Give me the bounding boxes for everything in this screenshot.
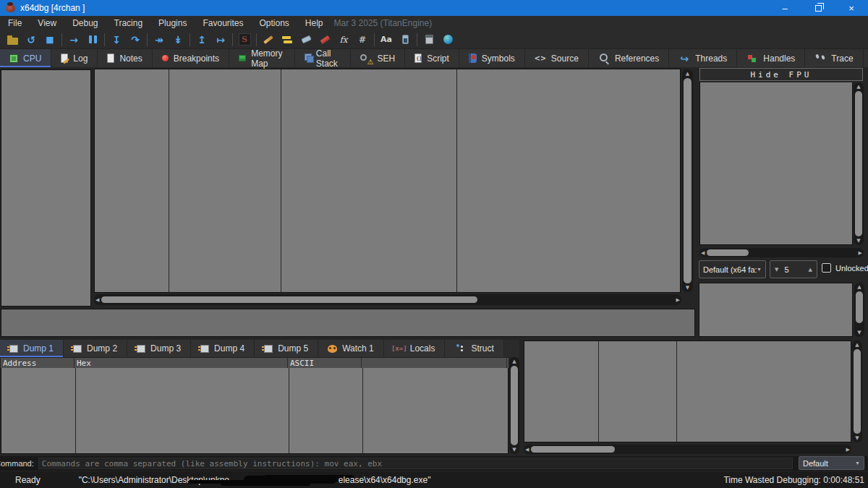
menu-tracing[interactable]: Tracing: [106, 17, 151, 30]
scroll-up-arrow-icon[interactable]: ▲: [856, 84, 860, 90]
registers-vertical-scrollbar[interactable]: ▲ ▼: [854, 82, 864, 245]
tab-memory-map[interactable]: Memory Map: [229, 49, 295, 67]
stop-animation-button[interactable]: S: [235, 31, 254, 48]
run-to-user-code-button[interactable]: ↦: [211, 31, 230, 48]
dump-panel[interactable]: [1, 368, 509, 454]
register-profile-dropdown[interactable]: Default (x64 fa: ▼: [699, 260, 766, 278]
stack-horizontal-scrollbar[interactable]: ◀ ▶: [524, 445, 851, 454]
tab-seh[interactable]: SEH: [351, 49, 405, 67]
close-button[interactable]: ×: [835, 0, 868, 16]
scroll-thumb[interactable]: [531, 446, 615, 453]
tab-references[interactable]: References: [589, 49, 669, 67]
scroll-down-arrow-icon[interactable]: ▼: [856, 238, 860, 244]
scroll-thumb[interactable]: [101, 296, 477, 303]
scroll-left-arrow-icon[interactable]: ◀: [95, 297, 99, 303]
stack-vertical-scrollbar[interactable]: ▲ ▼: [852, 341, 862, 442]
close-debuggee-button[interactable]: ■: [41, 31, 59, 48]
assembler-font-button[interactable]: Aa: [377, 31, 396, 48]
hide-fpu-button[interactable]: Hide FPU: [699, 68, 863, 81]
spinner-up-icon[interactable]: ▲: [809, 267, 812, 273]
maximize-button[interactable]: [801, 0, 835, 16]
stack-frames-spinner[interactable]: ▼ 5 ▲: [770, 260, 817, 278]
scroll-right-arrow-icon[interactable]: ▶: [859, 250, 862, 256]
restart-button[interactable]: ↺: [22, 31, 41, 48]
step-over-button[interactable]: ↷: [126, 31, 145, 48]
disasm-vertical-scrollbar[interactable]: ▲ ▼: [682, 69, 693, 292]
scroll-thumb[interactable]: [854, 349, 861, 434]
registers-horizontal-scrollbar[interactable]: ◀ ▶: [699, 248, 864, 257]
registers-panel[interactable]: [699, 82, 853, 245]
animate-over-button[interactable]: ↡: [169, 31, 187, 48]
comments-button[interactable]: [278, 31, 297, 48]
tab-handles[interactable]: Handles: [737, 49, 805, 67]
driver-device-button[interactable]: [396, 31, 414, 48]
tab-source[interactable]: <>Source: [525, 49, 589, 67]
scroll-up-arrow-icon[interactable]: ▲: [855, 342, 859, 348]
disasm-column-separator[interactable]: [169, 69, 169, 292]
scroll-up-arrow-icon[interactable]: ▲: [512, 359, 516, 364]
menu-plugins[interactable]: Plugins: [150, 17, 195, 30]
dump-column-separator[interactable]: [289, 368, 289, 453]
animate-into-button[interactable]: ↠: [150, 31, 169, 48]
dump-vertical-scrollbar[interactable]: ▲ ▼: [509, 357, 519, 454]
dump-column-ascii[interactable]: ASCII: [288, 358, 362, 368]
scroll-down-arrow-icon[interactable]: ▼: [512, 447, 516, 453]
menu-help[interactable]: Help: [297, 17, 331, 30]
breakpoints-toggle-button[interactable]: [315, 31, 334, 48]
unlocked-checkbox[interactable]: [822, 263, 831, 273]
open-file-button[interactable]: [3, 31, 22, 48]
calculator-button[interactable]: [420, 31, 438, 48]
tab-call-stack[interactable]: Call Stack: [295, 49, 351, 67]
run-button[interactable]: →: [64, 31, 83, 48]
functions-fx-button[interactable]: fx: [334, 31, 353, 48]
dump-column-separator[interactable]: [75, 368, 76, 453]
tab-threads[interactable]: ↪Threads: [669, 49, 737, 67]
scroll-up-arrow-icon[interactable]: ▲: [686, 71, 689, 77]
scroll-left-arrow-icon[interactable]: ◀: [525, 447, 529, 453]
command-input[interactable]: [38, 458, 793, 469]
spinner-down-icon[interactable]: ▼: [775, 267, 778, 273]
tab-log[interactable]: Log: [51, 49, 98, 67]
disasm-column-separator[interactable]: [456, 69, 457, 292]
disasm-horizontal-scrollbar[interactable]: ◀ ▶: [94, 294, 681, 305]
menu-debug[interactable]: Debug: [64, 17, 106, 30]
minimize-button[interactable]: –: [768, 0, 801, 16]
hash-button[interactable]: #: [353, 31, 372, 48]
tab-trace[interactable]: Trace: [805, 49, 863, 67]
scroll-thumb[interactable]: [511, 366, 518, 445]
scroll-thumb[interactable]: [684, 78, 692, 283]
dump-column-separator[interactable]: [362, 368, 363, 453]
execute-till-return-button[interactable]: ↥: [192, 31, 211, 48]
stack-column-separator[interactable]: [676, 341, 677, 442]
tab-dump-4[interactable]: Dump 4: [191, 340, 255, 357]
step-into-button[interactable]: ↧: [107, 31, 126, 48]
dump-column-extra[interactable]: [362, 358, 507, 368]
help-globe-button[interactable]: [438, 31, 457, 48]
scroll-down-arrow-icon[interactable]: ▼: [855, 435, 859, 441]
tab-script[interactable]: Script: [405, 49, 459, 67]
labels-button[interactable]: [297, 31, 315, 48]
scroll-down-arrow-icon[interactable]: ▼: [686, 285, 689, 291]
scroll-right-arrow-icon[interactable]: ▶: [676, 297, 680, 303]
tab-dump-3[interactable]: Dump 3: [127, 340, 191, 357]
scroll-left-arrow-icon[interactable]: ◀: [701, 250, 705, 256]
tab-watch-1[interactable]: Watch 1: [318, 340, 384, 357]
pause-button[interactable]: [83, 31, 102, 48]
menu-favourites[interactable]: Favourites: [195, 17, 251, 30]
tab-struct[interactable]: Struct: [445, 340, 503, 357]
scroll-right-arrow-icon[interactable]: ▶: [846, 447, 850, 453]
tab-dump-5[interactable]: Dump 5: [255, 340, 318, 357]
tab-symbols[interactable]: Symbols: [459, 49, 525, 67]
tab-dump-1[interactable]: Dump 1: [0, 340, 64, 357]
menu-options[interactable]: Options: [251, 17, 297, 30]
tab-dump-2[interactable]: Dump 2: [64, 340, 127, 357]
stack-panel[interactable]: [524, 341, 851, 442]
scroll-thumb[interactable]: [855, 91, 862, 236]
scroll-down-arrow-icon[interactable]: ▼: [857, 330, 861, 335]
dump-column-address[interactable]: Address: [1, 358, 75, 368]
menu-file[interactable]: File: [0, 17, 30, 30]
tab-notes[interactable]: Notes: [98, 49, 152, 67]
command-profile-dropdown[interactable]: Default ▼: [799, 456, 864, 470]
scroll-up-arrow-icon[interactable]: ▲: [857, 284, 861, 290]
stack-column-separator[interactable]: [598, 341, 599, 442]
